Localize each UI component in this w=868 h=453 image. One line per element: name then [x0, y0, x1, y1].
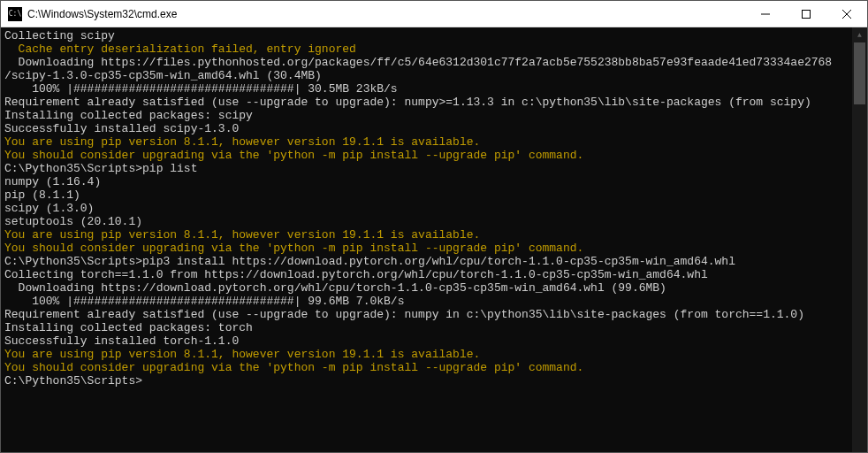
- terminal-line: Downloading https://files.pythonhosted.o…: [4, 56, 852, 69]
- terminal-line: Requirement already satisfied (use --upg…: [4, 308, 852, 321]
- maximize-button[interactable]: [786, 1, 826, 27]
- terminal-output[interactable]: Collecting scipy Cache entry deserializa…: [1, 27, 852, 452]
- terminal-line: Installing collected packages: scipy: [4, 109, 852, 122]
- terminal-line: C:\Python35\Scripts>: [4, 374, 852, 388]
- terminal-line: You are using pip version 8.1.1, however…: [4, 135, 852, 149]
- minimize-icon: [761, 10, 770, 19]
- terminal-line: You should consider upgrading via the 'p…: [4, 242, 852, 255]
- close-button[interactable]: [826, 1, 867, 27]
- window-controls: [745, 1, 867, 27]
- terminal-line: Downloading https://download.pytorch.org…: [4, 281, 852, 295]
- close-icon: [842, 10, 851, 19]
- terminal-line: You should consider upgrading via the 'p…: [4, 361, 852, 374]
- terminal-line: 100% |################################| …: [4, 82, 852, 96]
- terminal-line: You should consider upgrading via the 'p…: [4, 149, 852, 162]
- terminal-line: numpy (1.16.4): [4, 175, 852, 188]
- terminal-line: You are using pip version 8.1.1, however…: [4, 228, 852, 242]
- app-icon: C:\: [8, 7, 22, 21]
- scroll-thumb[interactable]: [854, 42, 865, 104]
- svg-rect-1: [803, 10, 811, 18]
- terminal-line: C:\Python35\Scripts>pip3 install https:/…: [4, 255, 852, 268]
- maximize-icon: [802, 10, 811, 19]
- app-window: C:\ C:\Windows\System32\cmd.exe Collecti…: [0, 0, 868, 453]
- terminal-line: Successfully installed torch-1.1.0: [4, 334, 852, 348]
- terminal-line: setuptools (20.10.1): [4, 215, 852, 228]
- titlebar[interactable]: C:\ C:\Windows\System32\cmd.exe: [1, 1, 867, 27]
- terminal-line: You are using pip version 8.1.1, however…: [4, 348, 852, 361]
- terminal-line: Installing collected packages: torch: [4, 321, 852, 334]
- terminal-area: Collecting scipy Cache entry deserializa…: [1, 27, 867, 452]
- window-title: C:\Windows\System32\cmd.exe: [27, 8, 745, 20]
- terminal-line: Requirement already satisfied (use --upg…: [4, 96, 852, 109]
- terminal-line: Cache entry deserialization failed, entr…: [4, 42, 852, 56]
- terminal-line: Collecting scipy: [4, 29, 852, 42]
- terminal-line: /scipy-1.3.0-cp35-cp35m-win_amd64.whl (3…: [4, 69, 852, 82]
- minimize-button[interactable]: [745, 1, 786, 27]
- terminal-line: scipy (1.3.0): [4, 202, 852, 215]
- vertical-scrollbar[interactable]: ▲: [852, 27, 867, 452]
- terminal-line: 100% |################################| …: [4, 295, 852, 308]
- terminal-line: C:\Python35\Scripts>pip list: [4, 162, 852, 175]
- terminal-line: Collecting torch==1.1.0 from https://dow…: [4, 268, 852, 281]
- scroll-up-arrow-icon[interactable]: ▲: [852, 27, 867, 42]
- terminal-line: Successfully installed scipy-1.3.0: [4, 122, 852, 135]
- terminal-line: pip (8.1.1): [4, 188, 852, 202]
